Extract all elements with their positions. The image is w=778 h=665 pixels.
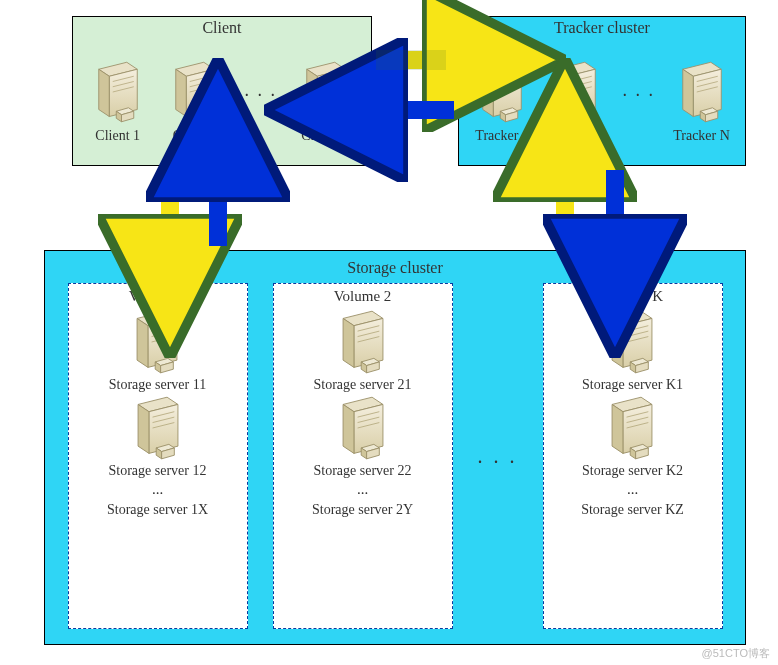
client-label: Client 1	[95, 128, 140, 144]
volume: Volume 1 Storage server 11 Storage serve…	[68, 283, 248, 629]
server-icon	[474, 60, 530, 124]
volume-title: Volume K	[602, 288, 663, 305]
ellipsis: ...	[627, 481, 638, 498]
ellipsis: . . .	[478, 445, 518, 468]
tracker-node: Tracker 1	[474, 60, 530, 144]
storage-label: Storage server 22	[314, 463, 412, 479]
storage-label: Storage server 2Y	[312, 502, 413, 518]
storage-node: Storage server K1	[582, 309, 683, 393]
server-icon	[298, 60, 354, 124]
ellipsis: . . .	[623, 80, 656, 125]
server-icon	[167, 60, 223, 124]
storage-cluster: Storage cluster Volume 1 Storage server …	[44, 250, 746, 645]
storage-label: Storage server 11	[109, 377, 206, 393]
server-icon	[334, 309, 392, 375]
client-row: Client 1 Client 2 . . . Client M	[73, 37, 371, 163]
tracker-node: Tracker N	[673, 60, 730, 144]
server-icon	[674, 60, 730, 124]
storage-label: Storage server 12	[109, 463, 207, 479]
client-node: Client 1	[90, 60, 146, 144]
volume: Volume K Storage server K1 Storage serve…	[543, 283, 723, 629]
storage-label: Storage server KZ	[581, 502, 684, 518]
tracker-label: Tracker 1	[475, 128, 529, 144]
ellipsis: ...	[152, 481, 163, 498]
storage-node: Storage server K2	[582, 395, 683, 479]
client-node: Client 2	[167, 60, 223, 144]
ellipsis: ...	[357, 481, 368, 498]
volume: Volume 2 Storage server 21 Storage serve…	[273, 283, 453, 629]
storage-node: Storage server 12	[109, 395, 207, 479]
storage-node: Storage server 21	[314, 309, 412, 393]
client-cluster: Client Client 1 Client 2 . . . Client M	[72, 16, 372, 166]
client-label: Client M	[301, 128, 351, 144]
client-label: Client 2	[173, 128, 218, 144]
storage-node: Storage server 22	[314, 395, 412, 479]
storage-label: Storage server K1	[582, 377, 683, 393]
tracker-cluster: Tracker cluster Tracker 1 Tracker 2 . . …	[458, 16, 746, 166]
storage-label: Storage server K2	[582, 463, 683, 479]
storage-cluster-title: Storage cluster	[45, 251, 745, 277]
volume-title: Volume 2	[334, 288, 392, 305]
server-icon	[128, 309, 186, 375]
storage-node: Storage server 11	[109, 309, 206, 393]
volumes-row: Volume 1 Storage server 11 Storage serve…	[45, 277, 745, 629]
storage-label: Storage server 21	[314, 377, 412, 393]
tracker-cluster-title: Tracker cluster	[459, 17, 745, 37]
server-icon	[548, 60, 604, 124]
volume-title: Volume 1	[129, 288, 187, 305]
tracker-label: Tracker 2	[550, 128, 604, 144]
tracker-row: Tracker 1 Tracker 2 . . . Tracker N	[459, 37, 745, 163]
server-icon	[129, 395, 187, 461]
ellipsis: . . .	[244, 80, 277, 125]
client-node: Client M	[298, 60, 354, 144]
server-icon	[334, 395, 392, 461]
tracker-label: Tracker N	[673, 128, 730, 144]
watermark: @51CTO博客	[702, 646, 770, 661]
server-icon	[90, 60, 146, 124]
client-cluster-title: Client	[73, 17, 371, 37]
server-icon	[603, 309, 661, 375]
server-icon	[603, 395, 661, 461]
storage-label: Storage server 1X	[107, 502, 208, 518]
tracker-node: Tracker 2	[548, 60, 604, 144]
